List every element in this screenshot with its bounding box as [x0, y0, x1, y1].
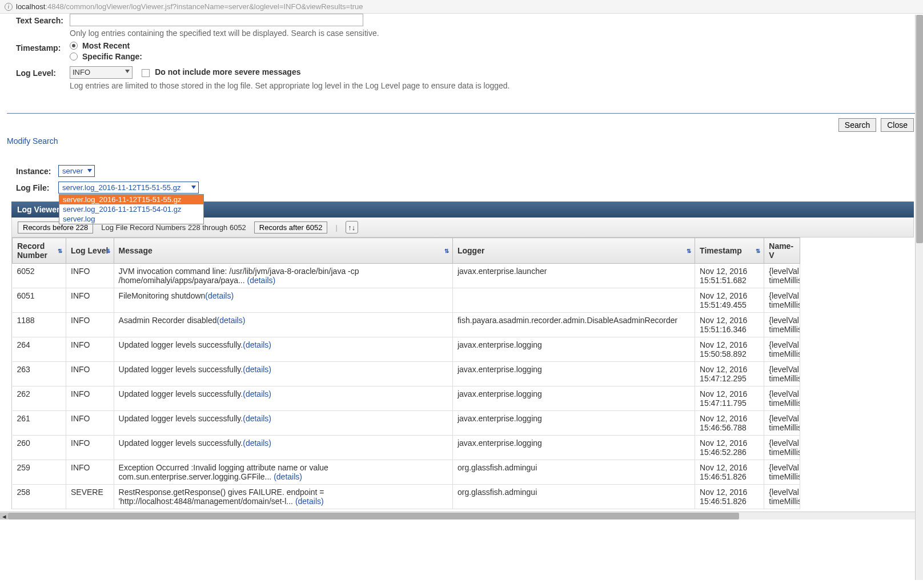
- cell-message: Updated logger levels successfully.(deta…: [114, 362, 452, 386]
- table-row: 1188INFOAsadmin Recorder disabled(detail…: [13, 313, 800, 337]
- radio-specific-range[interactable]: [70, 53, 78, 61]
- cell-timestamp: Nov 12, 2016 15:51:51.682: [695, 264, 764, 288]
- table-row: 263INFOUpdated logger levels successfull…: [13, 362, 800, 386]
- col-record-number[interactable]: Record Number⇅: [13, 238, 66, 264]
- log-table-wrap: Record Number⇅ Log Level⇅ Message⇅ Logge…: [11, 237, 914, 509]
- timestamp-label: Timestamp:: [16, 41, 70, 53]
- logfile-label: Log File:: [16, 183, 58, 192]
- logfile-dropdown: server.log_2016-11-12T15-51-55.gz server…: [59, 194, 204, 224]
- cell-log-level: INFO: [66, 436, 114, 460]
- cell-timestamp: Nov 12, 2016 15:46:52.286: [695, 436, 764, 460]
- cell-timestamp: Nov 12, 2016 15:46:51.826: [695, 460, 764, 485]
- cell-logger: javax.enterprise.logging: [452, 337, 695, 362]
- col-logger[interactable]: Logger⇅: [452, 238, 695, 264]
- radio-most-recent[interactable]: [70, 42, 78, 50]
- cell-record-number: 261: [13, 411, 66, 436]
- cell-name-value: {levelVal timeMillis: [764, 288, 800, 313]
- not-severe-checkbox[interactable]: [142, 69, 150, 77]
- text-search-input[interactable]: [70, 14, 363, 26]
- details-link[interactable]: (details): [243, 365, 271, 374]
- table-row: 262INFOUpdated logger levels successfull…: [13, 386, 800, 411]
- log-table: Record Number⇅ Log Level⇅ Message⇅ Logge…: [12, 237, 800, 509]
- details-link[interactable]: (details): [243, 438, 271, 448]
- cell-message: RestResponse.getResponse() gives FAILURE…: [114, 485, 452, 509]
- cell-message: JVM invocation command line: /usr/lib/jv…: [114, 264, 452, 288]
- details-link[interactable]: (details): [217, 316, 246, 325]
- table-row: 260INFOUpdated logger levels successfull…: [13, 436, 800, 460]
- table-row: 258SEVERERestResponse.getResponse() give…: [13, 485, 800, 509]
- not-severe-label: Do not include more severe messages: [155, 67, 300, 76]
- vertical-scrollbar[interactable]: [915, 15, 923, 519]
- scroll-left-icon[interactable]: ◂: [0, 513, 8, 519]
- sort-icon: ⇅: [687, 248, 691, 254]
- cell-logger: javax.enterprise.launcher: [452, 264, 695, 288]
- records-after-button[interactable]: Records after 6052: [254, 221, 328, 233]
- search-button[interactable]: Search: [838, 118, 876, 132]
- radio-specific-range-label: Specific Range:: [82, 52, 142, 61]
- cell-timestamp: Nov 12, 2016 15:46:51.826: [695, 485, 764, 509]
- instance-label: Instance:: [16, 167, 58, 176]
- col-message[interactable]: Message⇅: [114, 238, 452, 264]
- cell-log-level: INFO: [66, 313, 114, 337]
- cell-name-value: {levelVal timeMillis: [764, 313, 800, 337]
- chevron-down-icon: [125, 70, 130, 73]
- details-link[interactable]: (details): [243, 340, 271, 349]
- cell-logger: [452, 288, 695, 313]
- logfile-select[interactable]: server.log_2016-11-12T15-51-55.gz server…: [58, 182, 199, 194]
- cell-record-number: 262: [13, 386, 66, 411]
- cell-logger: javax.enterprise.logging: [452, 436, 695, 460]
- cell-record-number: 264: [13, 337, 66, 362]
- cell-timestamp: Nov 12, 2016 15:50:58.892: [695, 337, 764, 362]
- separator: |: [335, 223, 337, 232]
- cell-record-number: 259: [13, 460, 66, 485]
- url-host: localhost: [16, 2, 45, 11]
- scroll-toggle-icon[interactable]: ↑↓: [346, 221, 358, 233]
- cell-logger: javax.enterprise.logging: [452, 362, 695, 386]
- cell-record-number: 1188: [13, 313, 66, 337]
- cell-timestamp: Nov 12, 2016 15:46:56.788: [695, 411, 764, 436]
- close-button[interactable]: Close: [881, 118, 914, 132]
- details-link[interactable]: (details): [274, 472, 302, 481]
- cell-record-number: 258: [13, 485, 66, 509]
- browser-url-bar[interactable]: i localhost:4848/common/logViewer/logVie…: [0, 0, 923, 14]
- logfile-option[interactable]: server.log: [59, 214, 203, 224]
- cell-name-value: {levelVal timeMillis: [764, 362, 800, 386]
- cell-name-value: {levelVal timeMillis: [764, 485, 800, 509]
- details-link[interactable]: (details): [295, 497, 324, 506]
- sort-icon: ⇅: [58, 248, 62, 254]
- chevron-down-icon: [87, 169, 92, 172]
- button-row: Search Close: [0, 118, 923, 136]
- logfile-option[interactable]: server.log_2016-11-12T15-54-01.gz: [59, 204, 203, 214]
- cell-log-level: INFO: [66, 386, 114, 411]
- cell-timestamp: Nov 12, 2016 15:51:16.346: [695, 313, 764, 337]
- col-name-value[interactable]: Name-V: [764, 238, 800, 264]
- cell-log-level: INFO: [66, 288, 114, 313]
- text-search-label: Text Search:: [16, 14, 70, 25]
- modify-search-link[interactable]: Modify Search: [7, 136, 58, 146]
- scrollbar-thumb[interactable]: [8, 513, 739, 519]
- col-log-level[interactable]: Log Level⇅: [66, 238, 114, 264]
- cell-logger: javax.enterprise.logging: [452, 386, 695, 411]
- scrollbar-thumb[interactable]: [916, 15, 923, 243]
- logfile-option[interactable]: server.log_2016-11-12T15-51-55.gz: [59, 195, 203, 204]
- cell-message: Exception Occurred :Invalid logging attr…: [114, 460, 452, 485]
- details-link[interactable]: (details): [247, 276, 275, 285]
- details-link[interactable]: (details): [243, 414, 271, 423]
- logfile-value: server.log_2016-11-12T15-51-55.gz: [62, 183, 180, 192]
- horizontal-scrollbar[interactable]: ◂ ▸: [0, 512, 923, 519]
- cell-logger: fish.payara.asadmin.recorder.admin.Disab…: [452, 313, 695, 337]
- cell-message: Asadmin Recorder disabled(details): [114, 313, 452, 337]
- cell-message: FileMonitoring shutdown(details): [114, 288, 452, 313]
- cell-logger: org.glassfish.admingui: [452, 460, 695, 485]
- cell-logger: javax.enterprise.logging: [452, 411, 695, 436]
- details-link[interactable]: (details): [243, 389, 271, 398]
- cell-logger: org.glassfish.admingui: [452, 485, 695, 509]
- instance-select[interactable]: server: [58, 165, 95, 177]
- cell-log-level: INFO: [66, 264, 114, 288]
- details-link[interactable]: (details): [205, 291, 234, 300]
- sort-icon: ⇅: [444, 248, 449, 254]
- cell-log-level: INFO: [66, 411, 114, 436]
- col-timestamp[interactable]: Timestamp⇅: [695, 238, 764, 264]
- instance-value: server: [62, 167, 83, 175]
- log-level-select[interactable]: INFO: [70, 66, 133, 79]
